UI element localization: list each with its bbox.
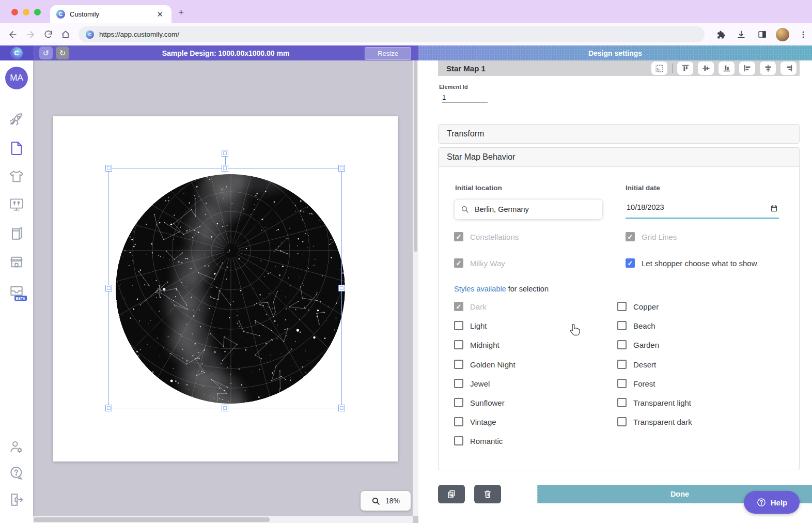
artboard-icon[interactable] xyxy=(651,61,667,75)
forward-icon[interactable] xyxy=(22,26,39,43)
milky-way-toggle[interactable]: ✓ Milky Way xyxy=(454,257,505,269)
style-vintage-checkbox[interactable] xyxy=(454,417,463,426)
maximize-window-button[interactable] xyxy=(34,9,41,16)
extensions-icon[interactable] xyxy=(712,26,729,43)
style-romantic-checkbox[interactable] xyxy=(454,436,463,445)
style-option-light[interactable]: Light xyxy=(454,320,487,331)
duplicate-element-button[interactable] xyxy=(438,485,465,503)
rotate-handle[interactable] xyxy=(222,150,228,157)
zoom-control[interactable]: 18% xyxy=(361,491,411,511)
back-icon[interactable] xyxy=(4,26,22,43)
constellations-checkbox[interactable]: ✓ xyxy=(454,232,463,241)
style-beach-checkbox[interactable] xyxy=(617,321,627,330)
style-option-desert[interactable]: Desert xyxy=(617,359,656,370)
side-panel-icon[interactable] xyxy=(753,26,771,43)
user-avatar[interactable]: MA xyxy=(5,67,28,89)
milky-way-checkbox[interactable]: ✓ xyxy=(454,258,463,268)
sidebar-item-inbox[interactable]: BETA xyxy=(8,283,25,299)
canvas-vertical-scrollbar[interactable] xyxy=(413,60,418,516)
resize-handle-bottom-right[interactable] xyxy=(338,405,345,411)
style-option-forest[interactable]: Forest xyxy=(617,378,655,389)
style-dark-checkbox[interactable]: ✓ xyxy=(454,302,463,311)
transform-header[interactable]: Transform xyxy=(439,125,799,143)
sidebar-item-support[interactable] xyxy=(8,465,25,482)
style-midnight-checkbox[interactable] xyxy=(454,340,463,349)
sidebar-item-store[interactable] xyxy=(8,254,25,270)
browser-menu-icon[interactable] xyxy=(794,26,812,43)
style-option-beach[interactable]: Beach xyxy=(617,320,655,331)
initial-date-field[interactable] xyxy=(626,199,779,219)
style-option-transparent-dark[interactable]: Transparent dark xyxy=(617,416,692,427)
help-button[interactable]: Help xyxy=(744,491,800,514)
align-top-icon[interactable] xyxy=(677,61,693,75)
style-option-dark[interactable]: ✓Dark xyxy=(454,301,487,312)
delete-element-button[interactable] xyxy=(474,485,501,503)
calendar-icon[interactable] xyxy=(770,204,778,212)
style-option-jewel[interactable]: Jewel xyxy=(454,378,490,389)
design-canvas[interactable]: 18% xyxy=(33,60,418,523)
sidebar-item-mockups[interactable] xyxy=(8,196,25,213)
style-golden-night-checkbox[interactable] xyxy=(454,360,463,369)
tab-close-icon[interactable]: ✕ xyxy=(154,9,165,19)
style-option-copper[interactable]: Copper xyxy=(617,301,659,312)
reload-icon[interactable] xyxy=(39,26,57,43)
styles-available-link[interactable]: Styles available xyxy=(454,285,506,293)
home-icon[interactable] xyxy=(57,26,74,43)
resize-handle-left[interactable] xyxy=(105,285,112,291)
new-tab-button[interactable]: + xyxy=(178,7,184,18)
download-icon[interactable] xyxy=(732,26,750,43)
minimize-window-button[interactable] xyxy=(23,9,29,16)
browser-tab[interactable]: C Customily ✕ xyxy=(50,5,171,23)
grid-lines-checkbox[interactable]: ✓ xyxy=(626,232,635,241)
resize-handle-top[interactable] xyxy=(222,165,228,172)
initial-location-input[interactable] xyxy=(474,205,596,214)
sidebar-item-products[interactable] xyxy=(8,168,25,185)
profile-avatar[interactable] xyxy=(774,26,791,43)
url-bar[interactable]: C https://app.customily.com/ xyxy=(79,26,705,42)
initial-date-input[interactable] xyxy=(626,199,757,212)
close-window-button[interactable] xyxy=(11,9,18,16)
resize-handle-bottom[interactable] xyxy=(222,405,228,411)
behavior-header[interactable]: Star Map Behavior xyxy=(439,148,799,167)
resize-handle-top-right[interactable] xyxy=(338,165,345,172)
style-option-romantic[interactable]: Romantic xyxy=(454,435,503,447)
align-left-icon[interactable] xyxy=(739,61,755,75)
align-hcenter-icon[interactable] xyxy=(760,61,776,75)
style-option-midnight[interactable]: Midnight xyxy=(454,339,499,350)
element-id-input[interactable] xyxy=(442,93,488,103)
sidebar-item-logout[interactable] xyxy=(8,491,25,508)
style-jewel-checkbox[interactable] xyxy=(454,379,463,388)
shopper-choose-checkbox[interactable]: ✓ xyxy=(626,258,635,268)
align-bottom-icon[interactable] xyxy=(719,61,735,75)
resize-button[interactable]: Resize xyxy=(365,47,411,60)
align-vcenter-icon[interactable] xyxy=(698,61,714,75)
url-text[interactable]: https://app.customily.com/ xyxy=(99,30,179,38)
transform-section[interactable]: Transform xyxy=(438,124,800,144)
style-copper-checkbox[interactable] xyxy=(617,302,627,311)
grid-lines-toggle[interactable]: ✓ Grid Lines xyxy=(626,231,677,242)
style-forest-checkbox[interactable] xyxy=(617,379,627,388)
style-option-golden-night[interactable]: Golden Night xyxy=(454,359,516,370)
sidebar-item-designs[interactable] xyxy=(8,140,25,157)
canvas-horizontal-scrollbar[interactable] xyxy=(33,516,413,523)
style-transparent-light-checkbox[interactable] xyxy=(617,398,627,407)
style-option-transparent-light[interactable]: Transparent light xyxy=(617,397,691,408)
style-sunflower-checkbox[interactable] xyxy=(454,398,463,407)
style-option-sunflower[interactable]: Sunflower xyxy=(454,397,505,408)
constellations-toggle[interactable]: ✓ Constellations xyxy=(454,231,519,242)
align-right-icon[interactable] xyxy=(780,61,797,75)
style-garden-checkbox[interactable] xyxy=(617,340,627,349)
sidebar-item-account[interactable] xyxy=(8,439,25,455)
sidebar-item-rocket[interactable] xyxy=(8,111,25,128)
style-option-vintage[interactable]: Vintage xyxy=(454,416,496,427)
shopper-choose-toggle[interactable]: ✓ Let shopper choose what to show xyxy=(626,257,757,269)
style-light-checkbox[interactable] xyxy=(454,321,463,330)
sidebar-item-catalog[interactable] xyxy=(8,225,25,242)
resize-handle-bottom-left[interactable] xyxy=(105,405,112,411)
style-desert-checkbox[interactable] xyxy=(617,360,627,369)
selection-box[interactable] xyxy=(108,168,342,408)
initial-location-field[interactable] xyxy=(454,199,603,220)
style-transparent-dark-checkbox[interactable] xyxy=(617,417,627,426)
style-option-garden[interactable]: Garden xyxy=(617,339,659,350)
resize-handle-right[interactable] xyxy=(338,285,345,291)
